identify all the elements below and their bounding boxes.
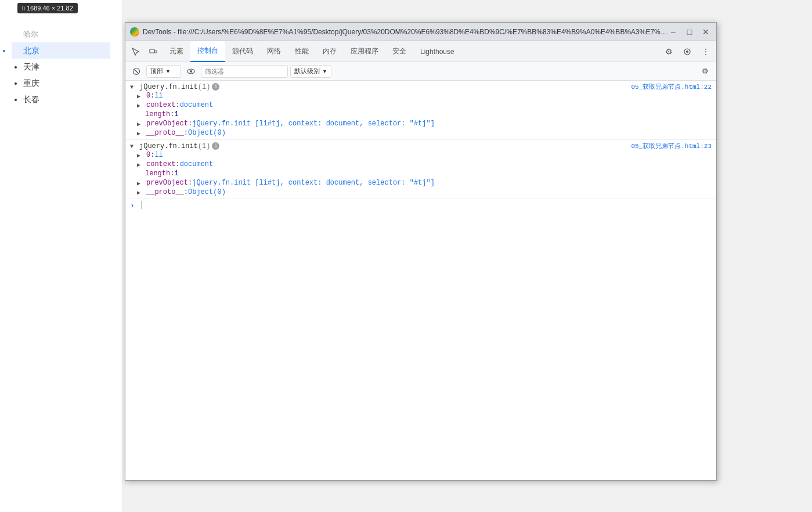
console-gear-icon[interactable]: ⚙ — [698, 64, 713, 79]
tab-performance[interactable]: 性能 — [288, 41, 316, 62]
tab-memory[interactable]: 内存 — [316, 41, 344, 62]
default-level-select[interactable]: 默认级别 ▼ — [290, 65, 331, 78]
entry2-toggle[interactable]: ▼ — [130, 143, 137, 150]
svg-rect-1 — [154, 51, 157, 53]
inspect-element-button[interactable] — [128, 44, 144, 60]
list-item-chongqing[interactable]: 重庆 — [23, 75, 110, 91]
tabs-right-controls: ⚙ ⋮ — [661, 44, 714, 60]
console-toolbar: 顶部 ▼ 默认级别 ▼ ⚙ — [125, 62, 716, 81]
default-level-label: 默认级别 — [294, 67, 320, 75]
title-bar-controls: – □ ✕ — [667, 26, 712, 38]
maximize-button[interactable]: □ — [684, 26, 695, 38]
list-item-beijing[interactable]: 北京 — [12, 42, 110, 59]
svg-rect-0 — [150, 49, 154, 53]
entry1-info-icon[interactable]: i — [212, 83, 219, 91]
title-bar: DevTools - file:///C:/Users/%E6%9D%8E%E7… — [125, 23, 716, 41]
console-input-row[interactable]: › — [125, 199, 716, 212]
tabs-bar: 元素 控制台 源代码 网络 性能 内存 应用程序 安全 Lighthouse ⚙… — [125, 41, 716, 62]
chrome-icon — [130, 27, 139, 37]
svg-point-3 — [686, 51, 688, 53]
entry1-children: ▶ 0: li ▶ context: document length: 1 ▶ … — [130, 91, 712, 138]
devtools-window: DevTools - file:///C:/Users/%E6%9D%8E%E7… — [125, 22, 717, 481]
tab-application[interactable]: 应用程序 — [344, 41, 385, 62]
level-select[interactable]: 顶部 ▼ — [146, 65, 181, 78]
entry2-child1-arrow[interactable]: ▶ — [137, 161, 144, 168]
more-options-icon[interactable]: ⋮ — [698, 44, 714, 60]
tab-console[interactable]: 控制台 — [190, 41, 225, 62]
svg-point-7 — [190, 70, 192, 73]
svg-line-5 — [135, 69, 139, 73]
eye-button[interactable] — [183, 64, 199, 79]
console-prompt-icon: › — [130, 201, 137, 210]
tab-security[interactable]: 安全 — [385, 41, 413, 62]
minimize-button[interactable]: – — [667, 26, 679, 38]
entry1-toggle[interactable]: ▼ — [130, 84, 137, 91]
entry2-child3-arrow[interactable]: ▶ — [137, 179, 144, 187]
entry1-child4-arrow[interactable]: ▶ — [137, 129, 144, 137]
clear-console-button[interactable] — [129, 64, 144, 79]
entry1-link[interactable]: 05_获取兄弟节点.html:22 — [631, 82, 712, 91]
settings-icon[interactable]: ⚙ — [661, 44, 677, 60]
console-settings-button[interactable]: ⚙ — [698, 64, 713, 79]
tab-lighthouse[interactable]: Lighthouse — [413, 41, 461, 62]
dock-icon[interactable] — [679, 44, 695, 60]
console-content: ▼ jQuery.fn.init(1) i 05_获取兄弟节点.html:22 … — [125, 81, 716, 480]
entry1-header: jQuery.fn.init(1) — [139, 83, 210, 91]
background-page: li 1689.46 × 21.82 哈尔 北京 天津 重庆 长春 — [0, 0, 122, 512]
tab-sources[interactable]: 源代码 — [225, 41, 260, 62]
tab-elements[interactable]: 元素 — [163, 41, 190, 62]
device-toggle-button[interactable] — [145, 44, 161, 60]
entry2-child0-arrow[interactable]: ▶ — [137, 152, 144, 159]
console-entry-1: ▼ jQuery.fn.init(1) i 05_获取兄弟节点.html:22 … — [125, 81, 716, 140]
tooltip-badge: li 1689.46 × 21.82 — [17, 3, 78, 13]
console-caret — [142, 201, 142, 209]
entry1-child1-arrow[interactable]: ▶ — [137, 102, 144, 109]
entry2-header: jQuery.fn.init(1) — [139, 142, 210, 150]
list-item-changchun[interactable]: 长春 — [23, 91, 110, 107]
filter-input[interactable] — [201, 65, 288, 78]
list-item-tianjin[interactable]: 天津 — [23, 59, 110, 75]
entry2-children: ▶ 0: li ▶ context: document length: 1 ▶ … — [130, 150, 712, 197]
title-bar-text: DevTools - file:///C:/Users/%E6%9D%8E%E7… — [143, 28, 667, 36]
list-item-hidden: 哈尔 — [23, 26, 110, 42]
console-entry-2: ▼ jQuery.fn.init(1) i 05_获取兄弟节点.html:23 … — [125, 140, 716, 199]
entry2-link[interactable]: 05_获取兄弟节点.html:23 — [631, 142, 712, 150]
close-button[interactable]: ✕ — [700, 26, 712, 38]
entry1-child3-arrow[interactable]: ▶ — [137, 120, 144, 128]
city-list: 哈尔 北京 天津 重庆 长春 — [12, 26, 110, 107]
entry2-info-icon[interactable]: i — [212, 142, 219, 150]
entry2-child4-arrow[interactable]: ▶ — [137, 189, 144, 196]
entry1-child0-arrow[interactable]: ▶ — [137, 92, 144, 100]
level-select-label: 顶部 — [150, 67, 163, 75]
tab-network[interactable]: 网络 — [260, 41, 288, 62]
